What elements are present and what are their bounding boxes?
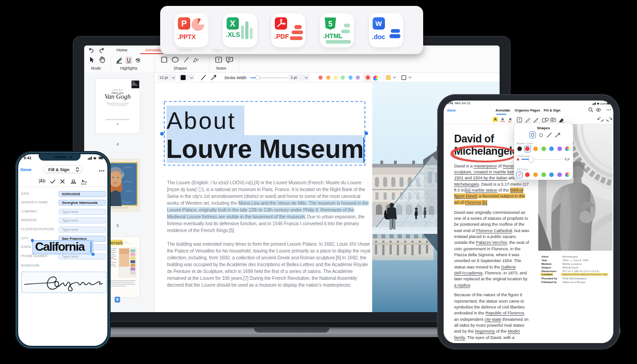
svg-text:T: T (217, 58, 220, 62)
svg-text:5: 5 (329, 20, 333, 27)
svg-text:100%: 100% (600, 102, 607, 105)
svg-text:T: T (518, 118, 521, 122)
svg-text:U: U (127, 57, 131, 63)
